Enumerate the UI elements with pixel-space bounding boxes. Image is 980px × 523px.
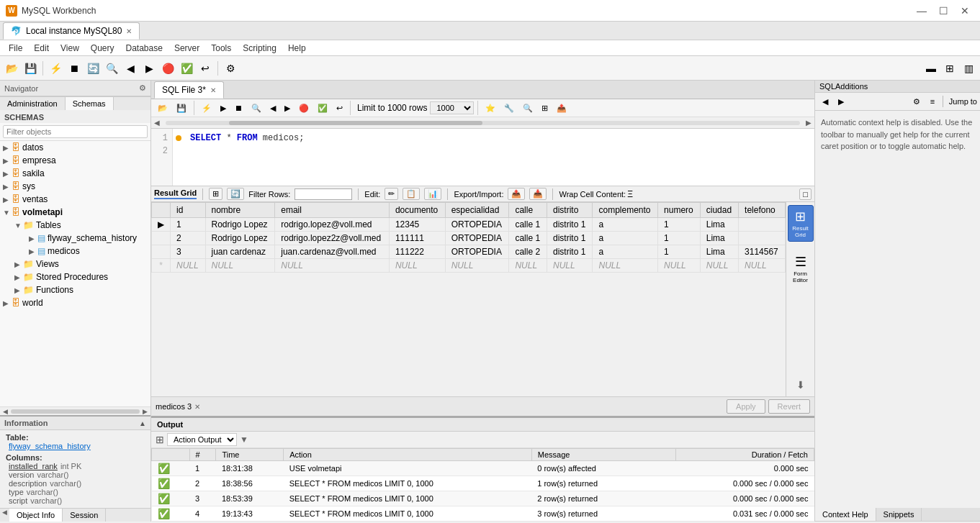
form-editor-btn[interactable]: ☰ FormEditor <box>788 250 814 287</box>
close-button[interactable]: ✕ <box>956 1 974 20</box>
admin-tab-administration[interactable]: Administration <box>0 97 66 110</box>
toolbar-settings-btn[interactable]: ⚙ <box>222 60 239 77</box>
filter-rows-input[interactable] <box>295 188 352 200</box>
edit-row-btn[interactable]: 📊 <box>424 188 441 200</box>
editor-back-btn[interactable]: ◀ <box>266 101 279 115</box>
import-btn[interactable]: 📥 <box>529 188 547 200</box>
tree-item-tables[interactable]: ▼ 📁 Tables <box>0 219 150 232</box>
grid-refresh-btn[interactable]: 🔄 <box>227 188 244 200</box>
result-grid-tab[interactable]: Result Grid <box>154 188 197 199</box>
toolbar-back-btn[interactable]: ◀ <box>122 60 139 77</box>
editor-commit-btn[interactable]: ✅ <box>314 101 331 115</box>
toolbar-save-btn[interactable]: 💾 <box>22 60 39 77</box>
nav-tool-btn-2[interactable]: ≡ <box>925 94 940 109</box>
editor-execute-btn[interactable]: ⚡ <box>198 101 215 115</box>
sql-tab-active[interactable]: SQL File 3* ✕ <box>154 81 224 99</box>
tree-item-sys[interactable]: ▶ 🗄 sys <box>0 180 150 193</box>
view-btn-1[interactable]: ▬ <box>922 60 940 77</box>
nav-back-btn[interactable]: ◀ <box>818 94 832 109</box>
toolbar-execute-btn[interactable]: ⚡ <box>47 60 64 77</box>
editor-save-btn[interactable]: 💾 <box>173 101 190 115</box>
menu-file[interactable]: File <box>3 40 28 56</box>
toolbar-red-btn[interactable]: 🔴 <box>159 60 176 77</box>
instance-tab-close[interactable]: ✕ <box>126 27 132 35</box>
col-especialidad[interactable]: especialidad <box>445 203 509 218</box>
sql-content-area[interactable]: SELECT * FROM medicos; <box>184 129 814 186</box>
editor-zoom-btn[interactable]: 🔍 <box>519 101 536 115</box>
nav-forward-btn[interactable]: ▶ <box>834 94 848 109</box>
col-numero[interactable]: numero <box>658 203 701 218</box>
editor-execute-current-btn[interactable]: ▶ <box>217 101 230 115</box>
filter-input[interactable] <box>3 125 148 138</box>
col-documento[interactable]: documento <box>389 203 445 218</box>
limit-dropdown[interactable]: 1000 500 200 10000 <box>430 101 474 114</box>
toolbar-stop-btn[interactable]: ⏹ <box>66 60 83 77</box>
output-expand-icon[interactable]: ▼ <box>240 435 248 445</box>
toolbar-forward-btn[interactable]: ▶ <box>140 60 158 77</box>
output-table-container[interactable]: # Time Action Message Duration / Fetch ✅… <box>151 448 814 522</box>
tree-item-datos[interactable]: ▶ 🗄 datos <box>0 141 150 154</box>
view-btn-2[interactable]: ⊞ <box>941 60 958 77</box>
toolbar-rollback-btn[interactable]: ↩ <box>197 60 214 77</box>
editor-star-btn[interactable]: ⭐ <box>482 101 499 115</box>
tree-item-flyway[interactable]: ▶ ▤ flyway_schema_history <box>0 232 150 245</box>
tree-item-volmetapi[interactable]: ▼ 🗄 volmetapi <box>0 206 150 219</box>
tree-item-functions[interactable]: ▶ 📁 Functions <box>0 283 150 296</box>
sidebar-hscroll[interactable]: ◀ ▶ <box>0 406 150 415</box>
edit-col-btn[interactable]: 📋 <box>403 188 420 200</box>
toolbar-commit-btn[interactable]: ✅ <box>178 60 195 77</box>
tree-item-world[interactable]: ▶ 🗄 world <box>0 296 150 309</box>
revert-btn[interactable]: Revert <box>768 399 810 414</box>
edit-btn[interactable]: ✏ <box>385 188 398 200</box>
action-output-dropdown[interactable]: Action Output <box>167 433 237 446</box>
result-grid-btn[interactable]: ⊞ ResultGrid <box>788 205 814 242</box>
col-email[interactable]: email <box>275 203 390 218</box>
navigator-settings-icon[interactable]: ⚙ <box>139 83 146 93</box>
editor-stop-btn[interactable]: ⏹ <box>231 101 246 114</box>
nav-tool-btn-1[interactable]: ⚙ <box>909 94 924 109</box>
table-row-null[interactable]: * NULL NULL NULL NULL NULL NULL NULL NUL… <box>152 259 786 273</box>
menu-view[interactable]: View <box>55 40 85 56</box>
menu-query[interactable]: Query <box>85 40 120 56</box>
data-grid-container[interactable]: id nombre email documento especialidad c… <box>151 202 786 396</box>
info-scroll-up[interactable]: ▲ <box>139 419 146 427</box>
col-complemento[interactable]: complemento <box>593 203 658 218</box>
tree-item-views[interactable]: ▶ 📁 Views <box>0 258 150 270</box>
view-btn-3[interactable]: ▥ <box>960 60 977 77</box>
editor-hscroll-bar[interactable] <box>166 121 800 125</box>
scroll-right-icon[interactable]: ▶ <box>143 408 148 415</box>
scroll-left-icon[interactable]: ◀ <box>3 408 8 415</box>
scroll-right-nav-btn[interactable]: ▶ <box>803 119 814 127</box>
tab-session[interactable]: Session <box>63 509 106 522</box>
table-row[interactable]: ▶ 1 Rodrigo Lopez rodrigo.lopez@voll.med… <box>152 218 786 232</box>
tab-context-help[interactable]: Context Help <box>815 508 876 521</box>
menu-edit[interactable]: Edit <box>28 40 55 56</box>
col-ciudad[interactable]: ciudad <box>700 203 738 218</box>
result-tab-close-btn[interactable]: ✕ <box>194 403 200 411</box>
col-id[interactable]: id <box>171 203 206 218</box>
menu-database[interactable]: Database <box>120 40 168 56</box>
editor-export-btn[interactable]: 📤 <box>553 101 570 115</box>
tree-item-sakila[interactable]: ▶ 🗄 sakila <box>0 167 150 180</box>
editor-rollback-btn[interactable]: ↩ <box>333 101 346 115</box>
toolbar-refresh-btn[interactable]: 🔄 <box>84 60 102 77</box>
tab-object-info[interactable]: Object Info <box>9 509 63 522</box>
editor-forward-btn[interactable]: ▶ <box>281 101 294 115</box>
apply-btn[interactable]: Apply <box>727 399 765 414</box>
tab-snippets[interactable]: Snippets <box>876 508 922 521</box>
table-row[interactable]: 3 juan cardenaz juan.cardenaz@voll.med 1… <box>152 245 786 259</box>
minimize-button[interactable]: — <box>912 1 931 20</box>
expand-icon[interactable]: ⬇ <box>794 376 808 394</box>
menu-server[interactable]: Server <box>168 40 205 56</box>
sql-tab-close[interactable]: ✕ <box>210 86 216 94</box>
col-nombre[interactable]: nombre <box>205 203 275 218</box>
editor-bookmark-btn[interactable]: 🔴 <box>295 101 313 115</box>
editor-wrench-btn[interactable]: 🔧 <box>500 101 518 115</box>
col-calle[interactable]: calle <box>509 203 547 218</box>
hscroll-thumb[interactable] <box>11 409 140 414</box>
grid-view-btn[interactable]: ⊞ <box>209 188 222 200</box>
scroll-left-arrow[interactable]: ◀ <box>0 509 9 522</box>
scroll-left-nav-btn[interactable]: ◀ <box>151 119 163 127</box>
editor-open-btn[interactable]: 📂 <box>154 101 171 115</box>
export-btn[interactable]: 📤 <box>508 188 525 200</box>
